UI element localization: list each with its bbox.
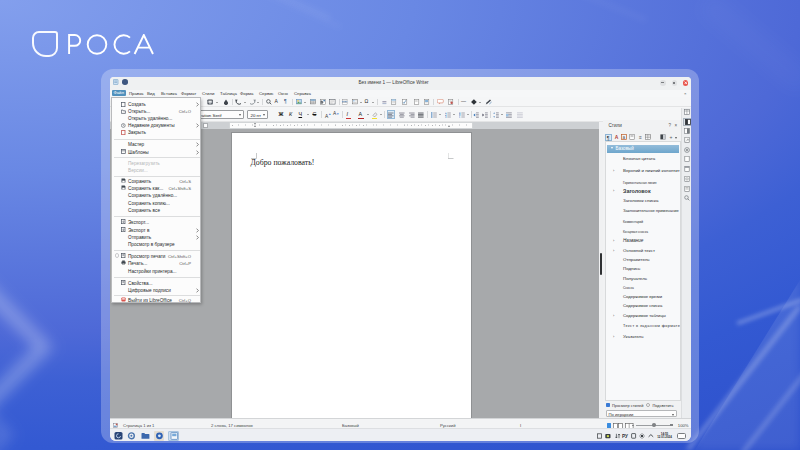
svg-text:c: c (459, 116, 461, 118)
svg-text:3: 3 (445, 115, 447, 118)
svg-text:a: a (622, 135, 625, 140)
